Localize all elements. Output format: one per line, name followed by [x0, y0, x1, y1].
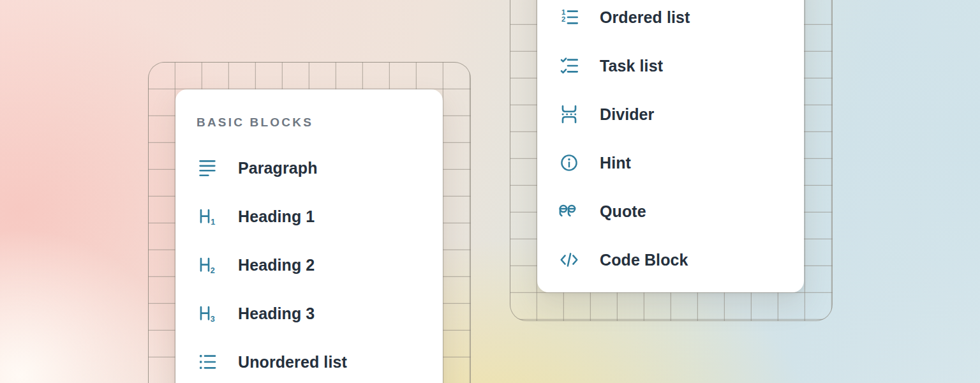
section-label: BASIC BLOCKS: [197, 116, 424, 129]
unordered-list-icon: [197, 351, 218, 373]
menu-items-more: 12 Ordered list Task list Divider Hint Q…: [558, 0, 785, 284]
svg-text:3: 3: [211, 315, 215, 324]
hero-background: BASIC BLOCKS Paragraph 1 Heading 1 2 Hea…: [0, 0, 980, 383]
menu-item-task-list[interactable]: Task list: [558, 41, 785, 90]
hint-icon: [558, 152, 580, 174]
blocks-menu-basic: BASIC BLOCKS Paragraph 1 Heading 1 2 Hea…: [175, 89, 443, 383]
svg-text:2: 2: [561, 15, 565, 23]
menu-item-heading-2[interactable]: 2 Heading 2: [197, 241, 424, 289]
menu-item-heading-3[interactable]: 3 Heading 3: [197, 289, 424, 338]
quote-icon: [558, 200, 580, 222]
ordered-list-icon: 12: [558, 6, 580, 28]
menu-item-divider[interactable]: Divider: [558, 90, 785, 139]
divider-icon: [558, 103, 580, 125]
menu-item-ordered-list[interactable]: 12 Ordered list: [558, 0, 785, 41]
blocks-menu-more: 12 Ordered list Task list Divider Hint Q…: [537, 0, 804, 292]
task-list-icon: [558, 55, 580, 77]
menu-item-heading-1[interactable]: 1 Heading 1: [197, 192, 424, 241]
code-block-icon: [558, 249, 580, 271]
paragraph-icon: [197, 157, 218, 179]
heading-3-icon: 3: [197, 303, 218, 324]
heading-2-icon: 2: [197, 254, 218, 276]
heading-1-icon: 1: [197, 206, 218, 227]
menu-item-unordered-list[interactable]: Unordered list: [197, 338, 424, 383]
menu-item-quote[interactable]: Quote: [558, 187, 785, 236]
menu-item-paragraph[interactable]: Paragraph: [197, 144, 424, 192]
menu-item-hint[interactable]: Hint: [558, 139, 785, 187]
svg-text:2: 2: [211, 266, 215, 275]
menu-items-basic: Paragraph 1 Heading 1 2 Heading 2 3 Head…: [197, 144, 424, 383]
menu-item-code-block[interactable]: Code Block: [558, 236, 785, 284]
svg-text:1: 1: [211, 218, 215, 227]
